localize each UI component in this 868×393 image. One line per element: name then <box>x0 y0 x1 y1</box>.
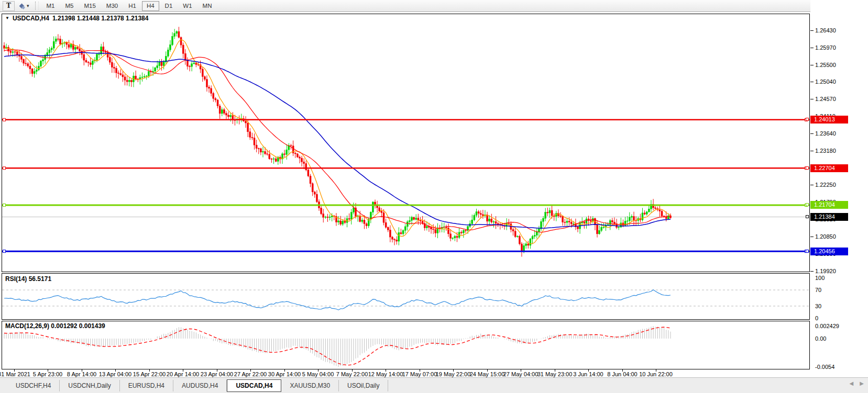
chart-symbol-period: USDCAD,H4 <box>13 15 49 22</box>
time-tick-label: 31 Mar 2021 <box>0 371 30 377</box>
rsi-axis-label: 30 <box>815 303 821 310</box>
time-tick-label: 13 Apr 04:00 <box>99 371 131 377</box>
price-tick <box>810 82 814 82</box>
timeframe-button-m5[interactable]: M5 <box>60 1 78 11</box>
top-toolbar: T ▾ M1M5M15M30H1H4D1W1MN <box>0 0 868 12</box>
time-tick-label: 12 May 14:00 <box>368 371 403 377</box>
tab-scroll-right-button[interactable]: ▶ <box>860 380 864 386</box>
timeframe-button-h1[interactable]: H1 <box>124 1 141 11</box>
timeframe-button-h4[interactable]: H4 <box>142 1 159 11</box>
chart-tab-usdcad-h4[interactable]: USDCAD,H4 <box>227 379 281 392</box>
time-tick-label: 15 Apr 22:00 <box>133 371 166 377</box>
time-tick-label: 30 Apr 14:00 <box>268 371 301 377</box>
chart-dropdown-icon[interactable]: ▼ <box>5 16 9 20</box>
hline-anchor[interactable] <box>3 167 6 170</box>
price-tick <box>810 185 814 185</box>
price-tick-label: 1.19920 <box>815 268 836 275</box>
time-tick-label: 8 Jun 04:00 <box>607 371 638 377</box>
time-axis[interactable]: 31 Mar 20215 Apr 23:008 Apr 14:0013 Apr … <box>2 369 810 377</box>
chevron-down-icon: ▾ <box>27 3 29 8</box>
price-tick <box>810 237 814 237</box>
timeframe-button-mn[interactable]: MN <box>198 1 217 11</box>
time-tick-label: 27 Apr 22:00 <box>234 371 267 377</box>
rsi-axis-label: 100 <box>815 275 825 282</box>
badge-anchor-icon <box>806 166 809 170</box>
chart-ohlc-values: 1.21398 1.21448 1.21378 1.21384 <box>52 15 149 22</box>
price-tick-label: 1.22250 <box>815 182 836 188</box>
price-tick-label: 1.25970 <box>815 44 836 51</box>
macd-indicator-canvas[interactable] <box>2 321 810 369</box>
price-badge-current-price: 1.21384 <box>810 213 848 221</box>
time-tick-label: 3 Jun 14:00 <box>573 371 603 377</box>
time-tick-label: 8 Apr 14:00 <box>67 371 96 377</box>
chart-tab-usdchf-h4[interactable]: USDCHF,H4 <box>7 380 60 391</box>
timeframe-button-m1[interactable]: M1 <box>41 1 59 11</box>
chart-tab-audusd-h4[interactable]: AUDUSD,H4 <box>173 380 227 391</box>
price-tick <box>810 30 814 31</box>
price-tick <box>810 151 814 151</box>
hline-anchor[interactable] <box>3 250 6 253</box>
time-tick-label: 5 May 04:00 <box>302 371 334 377</box>
rsi-pane-frame <box>2 274 810 320</box>
chart-tab-usdcnh-daily[interactable]: USDCNH,Daily <box>60 380 119 391</box>
timeframe-toolbar: M1M5M15M30H1H4D1W1MN <box>41 1 217 11</box>
rsi-axis-label: 70 <box>815 287 821 294</box>
price-tick-label: 1.25040 <box>815 78 836 85</box>
time-tick-label: 7 May 22:00 <box>336 371 368 377</box>
price-tick-label: 1.26430 <box>815 27 836 34</box>
time-tick-label: 19 May 22:00 <box>436 371 471 377</box>
price-badge-support-green: 1.21704 <box>810 201 848 209</box>
price-badge-resistance-upper: 1.24013 <box>810 116 848 123</box>
time-tick-label: 24 May 15:00 <box>470 371 505 377</box>
chart-tab-bar: USDCHF,H4USDCNH,DailyEURUSD,H4AUDUSD,H4U… <box>0 377 868 393</box>
price-tick <box>810 65 814 65</box>
hline-anchor[interactable] <box>3 204 6 206</box>
price-tick-label: 1.20850 <box>815 233 836 240</box>
price-tick <box>810 271 814 272</box>
main-pane-frame <box>2 14 810 272</box>
objects-style-button[interactable]: ▾ <box>16 1 33 11</box>
rsi-indicator-canvas[interactable] <box>2 273 810 320</box>
timeframe-button-m30[interactable]: M30 <box>102 1 123 11</box>
chart-title: ▼ USDCAD,H4 1.21398 1.21448 1.21378 1.21… <box>5 15 148 22</box>
time-tick-label: 17 May 07:00 <box>402 371 437 377</box>
badge-anchor-icon <box>806 250 809 253</box>
price-tick-label: 1.23180 <box>815 148 836 154</box>
price-tick <box>810 48 814 48</box>
macd-axis-label: 0.002429 <box>815 323 839 330</box>
macd-axis-label: -0.0054 <box>815 364 834 370</box>
badge-anchor-icon <box>806 203 809 206</box>
macd-axis-label: 0.00 <box>815 335 826 342</box>
badge-anchor-icon <box>806 118 809 121</box>
badge-anchor-icon <box>806 215 809 218</box>
price-badge-support-blue: 1.20456 <box>810 248 848 255</box>
chart-tab-usoil-daily[interactable]: USOil,Daily <box>339 380 388 391</box>
price-tick <box>810 133 814 134</box>
tab-scroll-left-button[interactable]: ◀ <box>850 380 854 386</box>
macd-pane-frame <box>2 321 810 369</box>
price-tick-label: 1.25500 <box>815 62 836 69</box>
chart-tab-xauusd-m30[interactable]: XAUUSD,M30 <box>281 380 339 391</box>
time-tick-label: 20 Apr 14:00 <box>167 371 199 377</box>
chart-tab-eurusd-h4[interactable]: EURUSD,H4 <box>120 380 173 391</box>
timeframe-button-w1[interactable]: W1 <box>178 1 196 11</box>
time-tick-label: 31 May 23:00 <box>537 371 573 377</box>
tab-scroll-buttons: ◀ ▶ <box>850 380 864 386</box>
text-tool-button[interactable]: T <box>3 1 15 11</box>
time-tick-label: 5 Apr 23:00 <box>33 371 62 377</box>
price-tick <box>810 99 814 99</box>
timeframe-button-d1[interactable]: D1 <box>160 1 178 11</box>
diamond-icon-small <box>21 5 25 9</box>
time-tick-label: 23 Apr 04:00 <box>201 371 233 377</box>
main-chart-canvas[interactable] <box>2 14 810 272</box>
rsi-axis-label: 0 <box>815 315 818 322</box>
toolbar-grip[interactable] <box>35 2 39 10</box>
price-tick-label: 1.24570 <box>815 96 836 103</box>
time-tick-label: 10 Jun 22:00 <box>639 371 673 377</box>
price-tick-label: 1.23640 <box>815 130 836 137</box>
hline-anchor[interactable] <box>3 118 6 121</box>
time-tick-label: 27 May 04:00 <box>503 371 539 377</box>
timeframe-button-m15[interactable]: M15 <box>79 1 100 11</box>
mt4-terminal: T ▾ M1M5M15M30H1H4D1W1MN ▼ USDCAD,H4 1.2… <box>0 0 868 393</box>
price-axis[interactable]: 1.264301.259701.255001.250401.245701.241… <box>810 0 868 393</box>
